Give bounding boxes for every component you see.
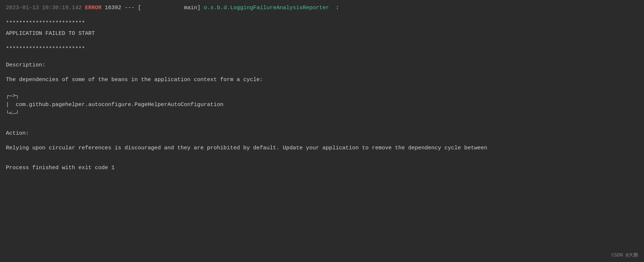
log-header-line: 2023-01-13 10:30:19.142 ERROR 16392 --- … — [6, 4, 638, 12]
terminal-output: 2023-01-13 10:30:19.142 ERROR 16392 --- … — [0, 0, 644, 180]
thread-name: main] — [141, 4, 204, 12]
stars-top: ************************ — [6, 19, 638, 28]
description-text: The dependencies of some of the beans in… — [6, 76, 638, 84]
cycle-diagram: ┌—>┐ | com.github.pagehelper.autoconfigu… — [6, 92, 638, 118]
timestamp: 2023-01-13 10:30:19.142 — [6, 4, 82, 12]
action-label: Action: — [6, 129, 638, 138]
dash-sep: --- [ — [125, 4, 141, 12]
cycle-close-line: └<—┘ — [6, 109, 638, 118]
description-label: Description: — [6, 61, 638, 70]
logger-name: o.s.b.d.LoggingFailureAnalysisReporter — [204, 4, 329, 12]
pid — [101, 4, 105, 12]
watermark: CSDN @大鹏 — [611, 252, 638, 258]
stars-bottom: ************************ — [6, 45, 638, 54]
action-text: Relying upon circular references is disc… — [6, 144, 638, 153]
process-finished: Process finished with exit code 1 — [6, 164, 638, 176]
app-failed-label: APPLICATION FAILED TO START — [6, 29, 638, 38]
cycle-arrow-line: ┌—>┐ — [6, 92, 638, 101]
separator — [121, 4, 125, 12]
pid-value: 16392 — [105, 4, 121, 12]
colon: : — [329, 4, 339, 12]
error-label: ERROR — [85, 4, 101, 12]
cycle-pipe-line: | com.github.pagehelper.autoconfigure.Pa… — [6, 101, 638, 109]
